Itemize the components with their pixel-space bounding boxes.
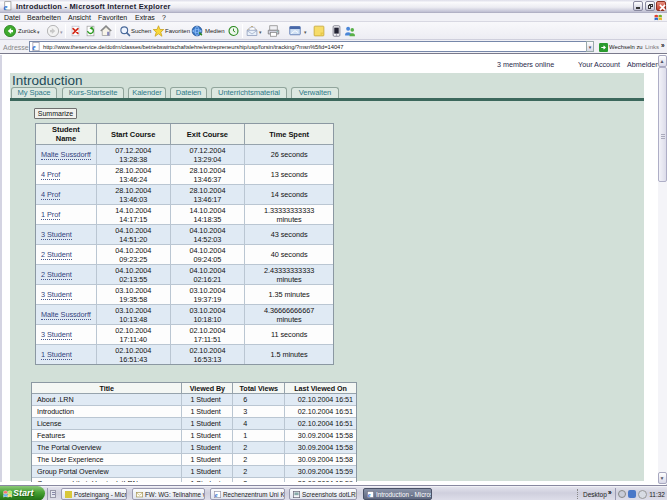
svg-text:e: e — [3, 2, 7, 12]
svg-text:e: e — [215, 491, 218, 498]
svg-text:e: e — [368, 491, 371, 498]
